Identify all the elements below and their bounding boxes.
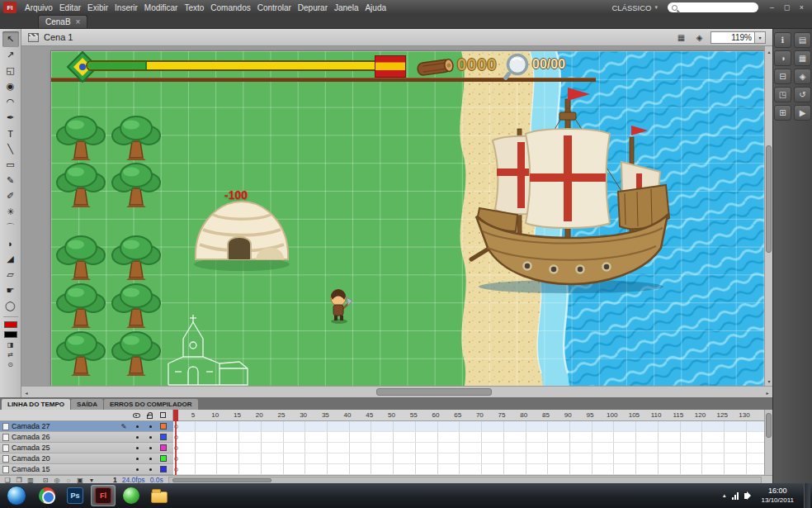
tree-sprite[interactable]	[54, 329, 107, 377]
tree-sprite[interactable]	[110, 281, 163, 329]
layer-frames[interactable]	[173, 432, 764, 443]
pencil-tool[interactable]: ✎	[2, 173, 19, 188]
outline-color-toggle[interactable]	[157, 455, 170, 462]
zoom-input[interactable]: 119%	[710, 31, 755, 44]
tree-sprite[interactable]	[110, 160, 163, 208]
stage-canvas[interactable]: 0000 00/00 -100	[51, 51, 764, 386]
timeline-tab-linha-do-tempo[interactable]: LINHA DO TEMPO	[2, 399, 70, 410]
timeline-ruler[interactable]: 5101520253035404550556065707580859095100…	[173, 410, 764, 421]
menu-editar[interactable]: Editar	[56, 2, 84, 14]
layer-frames[interactable]	[173, 421, 764, 432]
paint-bucket-tool[interactable]: ◗	[2, 235, 19, 251]
tree-sprite[interactable]	[54, 113, 107, 161]
text-tool[interactable]: T	[2, 126, 19, 141]
show-desktop-button[interactable]	[804, 483, 810, 508]
caravel-ship-sprite[interactable]	[468, 86, 674, 297]
church-outline-sprite[interactable]	[158, 314, 253, 386]
history-panel-icon[interactable]: ↺	[794, 87, 811, 102]
layer-frames[interactable]	[173, 443, 764, 453]
visibility-toggle[interactable]	[130, 425, 144, 428]
show-hidden-icons-icon[interactable]: ▴	[723, 492, 726, 499]
document-tab[interactable]: CenaB ×	[38, 15, 87, 28]
menu-modificar[interactable]: Modificar	[141, 2, 182, 14]
lock-toggle[interactable]	[144, 436, 157, 439]
stage-viewport[interactable]: 0000 00/00 -100	[21, 46, 764, 386]
snap-to-objects-button[interactable]: ⊙	[2, 359, 19, 369]
brush-tool[interactable]: ✐	[2, 188, 19, 204]
components-panel-icon[interactable]: ⊞	[774, 105, 791, 121]
stroke-color-chip[interactable]	[4, 321, 17, 328]
tree-sprite[interactable]	[54, 160, 107, 208]
tree-sprite[interactable]	[110, 113, 163, 161]
deco-tool[interactable]: ✳	[2, 204, 19, 220]
layer-frames[interactable]	[173, 464, 764, 475]
transform-panel-icon[interactable]: ◳	[774, 87, 791, 102]
zoom-tool[interactable]: ◯	[2, 298, 19, 314]
layer-row[interactable]: Camada 25	[0, 443, 173, 453]
timeline-vertical-scrollbar[interactable]	[764, 410, 772, 475]
layer-frames[interactable]	[173, 453, 764, 464]
black-white-colors-button[interactable]: ◨	[2, 339, 19, 349]
lock-toggle[interactable]	[144, 425, 157, 428]
taskbar-green-app[interactable]	[119, 485, 144, 506]
menu-comandos[interactable]: Comandos	[207, 2, 253, 14]
hand-tool[interactable]: ☛	[2, 282, 19, 298]
taskbar-chrome[interactable]	[35, 485, 59, 506]
workspace-switcher[interactable]: CLÁSSICO ▾	[608, 2, 661, 13]
menu-controlar[interactable]: Controlar	[254, 2, 295, 14]
search-input[interactable]	[668, 2, 758, 12]
volume-icon[interactable]	[744, 493, 748, 499]
pen-tool[interactable]: ✒	[2, 110, 19, 126]
subselection-tool[interactable]: ↗	[2, 47, 19, 63]
menu-ajuda[interactable]: Ajuda	[361, 2, 389, 14]
character-sprite[interactable]	[327, 289, 352, 324]
eyedropper-tool[interactable]: ◢	[2, 251, 19, 267]
taskbar-flash[interactable]: Fl	[91, 485, 116, 506]
layer-row[interactable]: Camada 26	[0, 432, 173, 443]
taskbar-clock[interactable]: 16:00 13/10/2011	[755, 487, 800, 504]
color-panel-icon[interactable]: ◑	[774, 50, 791, 66]
tree-sprite[interactable]	[110, 329, 163, 377]
playhead[interactable]	[173, 410, 178, 421]
minimize-button[interactable]: –	[765, 2, 779, 13]
frames-grid[interactable]	[173, 421, 764, 475]
swap-colors-button[interactable]: ⇄	[2, 349, 19, 359]
menu-exibir[interactable]: Exibir	[84, 2, 111, 14]
outline-color-toggle[interactable]	[157, 423, 170, 430]
stage-vertical-scrollbar[interactable]: ▴ ▾	[764, 46, 772, 386]
lock-column-icon[interactable]	[147, 415, 153, 419]
outline-color-toggle[interactable]	[157, 444, 170, 451]
tree-sprite[interactable]	[54, 233, 107, 281]
visibility-toggle[interactable]	[130, 447, 144, 449]
outline-color-toggle[interactable]	[157, 434, 170, 440]
timeline-tab-erros-do-compilador[interactable]: ERROS DO COMPILADOR	[104, 399, 198, 410]
edit-scene-button[interactable]: ▦	[674, 31, 688, 43]
swatches-panel-icon[interactable]: ▦	[794, 50, 811, 66]
taskbar-explorer[interactable]	[147, 485, 172, 506]
taskbar-photoshop[interactable]: Ps	[63, 485, 87, 506]
library-panel-icon[interactable]: ▤	[794, 32, 811, 48]
show-hide-column-icon[interactable]	[133, 413, 140, 418]
close-icon[interactable]: ×	[76, 17, 81, 26]
visibility-toggle[interactable]	[130, 458, 144, 460]
info-panel-icon[interactable]: ◈	[794, 69, 811, 84]
bone-tool[interactable]: ⌒	[2, 220, 19, 235]
scroll-right-icon[interactable]: ▸	[762, 387, 772, 397]
lock-toggle[interactable]	[144, 458, 157, 460]
menu-depurar[interactable]: Depurar	[295, 2, 331, 14]
scroll-left-icon[interactable]: ◂	[21, 387, 31, 397]
lock-toggle[interactable]	[144, 468, 157, 471]
outline-column-icon[interactable]	[160, 412, 166, 418]
outline-color-toggle[interactable]	[157, 466, 170, 472]
scrollbar-thumb[interactable]	[766, 413, 772, 438]
fill-color-chip[interactable]	[4, 331, 17, 338]
tree-sprite[interactable]	[54, 281, 107, 329]
layer-row[interactable]: Camada 15	[0, 464, 173, 475]
chevron-down-icon[interactable]: ▾	[755, 31, 766, 44]
hut-sprite[interactable]	[188, 193, 295, 272]
restore-button[interactable]: ◻	[780, 2, 794, 13]
motion-presets-panel-icon[interactable]: ▶	[794, 105, 811, 121]
layer-row[interactable]: Camada 20	[0, 453, 173, 464]
lock-toggle[interactable]	[144, 447, 157, 449]
tree-sprite[interactable]	[110, 233, 163, 281]
